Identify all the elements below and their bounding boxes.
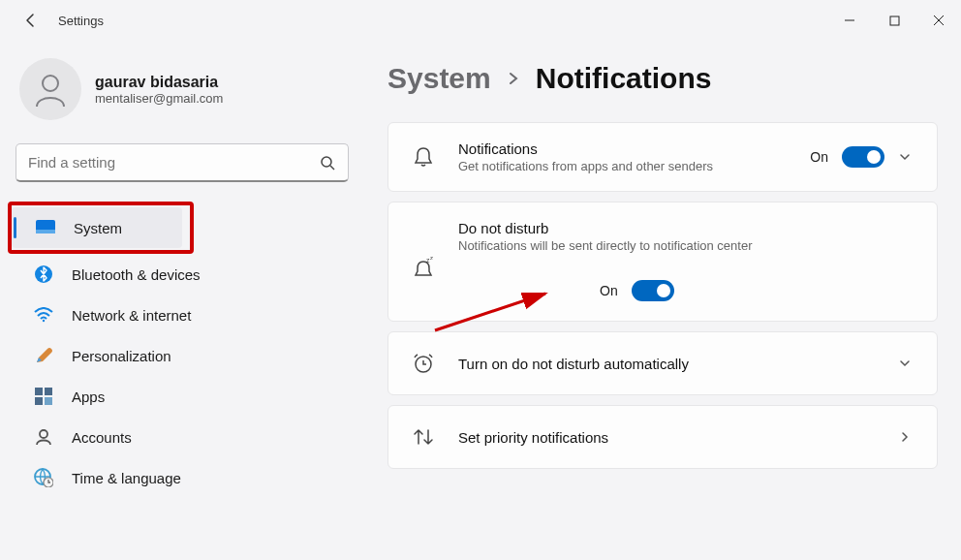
card-desc: Notifications will be sent directly to n… <box>458 238 915 253</box>
card-title: Turn on do not disturb automatically <box>458 356 877 372</box>
app-title: Settings <box>58 14 104 28</box>
card-title: Notifications <box>458 140 789 157</box>
svg-rect-11 <box>35 397 43 405</box>
sidebar-item-label: System <box>74 220 122 236</box>
back-button[interactable] <box>16 5 46 36</box>
svg-point-3 <box>322 157 331 167</box>
svg-rect-6 <box>36 230 55 233</box>
sidebar-item-accounts[interactable]: Accounts <box>10 417 351 457</box>
sidebar: gaurav bidasaria mentaliser@gmail.com <box>0 41 358 560</box>
svg-point-2 <box>43 76 58 91</box>
globe-clock-icon <box>33 467 54 488</box>
search-container <box>16 143 349 182</box>
annotation-system-highlight: System <box>8 202 194 254</box>
apps-icon <box>33 386 54 407</box>
sidebar-item-label: Bluetooth & devices <box>72 266 201 283</box>
chevron-down-icon[interactable] <box>898 357 915 370</box>
svg-point-13 <box>40 430 47 438</box>
main-content: System Notifications Notifications Get n… <box>358 41 961 560</box>
maximize-button[interactable] <box>872 1 916 40</box>
search-input[interactable] <box>16 143 349 182</box>
window-controls <box>827 1 961 40</box>
chevron-right-icon[interactable] <box>898 430 915 444</box>
sidebar-item-network[interactable]: Network & internet <box>10 295 351 335</box>
card-title: Set priority notifications <box>458 429 877 446</box>
notifications-toggle[interactable] <box>842 146 884 168</box>
svg-rect-12 <box>45 397 52 405</box>
card-title: Do not disturb <box>458 220 915 236</box>
user-account-row[interactable]: gaurav bidasaria mentaliser@gmail.com <box>10 50 358 136</box>
sidebar-item-label: Personalization <box>72 348 171 364</box>
chevron-down-icon[interactable] <box>898 150 915 164</box>
do-not-disturb-icon: zz <box>410 257 437 282</box>
sidebar-item-system[interactable]: System <box>12 207 182 248</box>
svg-text:z: z <box>430 257 433 261</box>
close-button[interactable] <box>916 1 961 40</box>
wifi-icon <box>33 304 54 326</box>
paintbrush-icon <box>33 345 54 366</box>
titlebar: Settings <box>0 0 961 41</box>
toggle-state-label: On <box>600 283 618 298</box>
nav-list: System Bluetooth & devices Network & int… <box>10 202 358 498</box>
priority-icon <box>410 423 437 451</box>
breadcrumb-parent[interactable]: System <box>388 62 491 95</box>
bluetooth-icon <box>33 264 54 285</box>
sidebar-item-label: Accounts <box>72 429 132 446</box>
minimize-button[interactable] <box>827 1 872 40</box>
card-desc: Get notifications from apps and other se… <box>458 159 729 173</box>
user-name: gaurav bidasaria <box>95 74 223 91</box>
do-not-disturb-card[interactable]: zz Do not disturb Notifications will be … <box>388 202 938 322</box>
chevron-right-icon <box>507 72 520 85</box>
sidebar-item-label: Time & language <box>72 470 181 486</box>
search-icon <box>320 155 335 171</box>
svg-point-8 <box>43 320 45 322</box>
dnd-toggle[interactable] <box>632 280 674 301</box>
sidebar-item-personalization[interactable]: Personalization <box>10 335 351 376</box>
page-title: Notifications <box>536 62 712 95</box>
bell-icon <box>410 143 437 171</box>
sidebar-item-label: Network & internet <box>72 307 191 324</box>
sidebar-item-apps[interactable]: Apps <box>10 376 351 417</box>
avatar <box>19 58 81 120</box>
clock-icon <box>410 350 437 377</box>
svg-rect-9 <box>35 388 43 395</box>
dnd-schedule-card[interactable]: Turn on do not disturb automatically <box>388 331 938 395</box>
system-icon <box>35 217 56 238</box>
notifications-card[interactable]: Notifications Get notifications from app… <box>388 122 938 192</box>
user-email: mentaliser@gmail.com <box>95 91 223 106</box>
accounts-icon <box>33 426 54 448</box>
sidebar-item-time-language[interactable]: Time & language <box>10 457 351 498</box>
svg-line-4 <box>330 166 334 170</box>
priority-notifications-card[interactable]: Set priority notifications <box>388 405 938 469</box>
toggle-state-label: On <box>810 149 828 165</box>
sidebar-item-label: Apps <box>72 389 105 405</box>
sidebar-item-bluetooth[interactable]: Bluetooth & devices <box>10 254 351 295</box>
svg-rect-1 <box>890 16 899 25</box>
svg-rect-10 <box>45 388 52 395</box>
breadcrumb: System Notifications <box>388 62 938 95</box>
